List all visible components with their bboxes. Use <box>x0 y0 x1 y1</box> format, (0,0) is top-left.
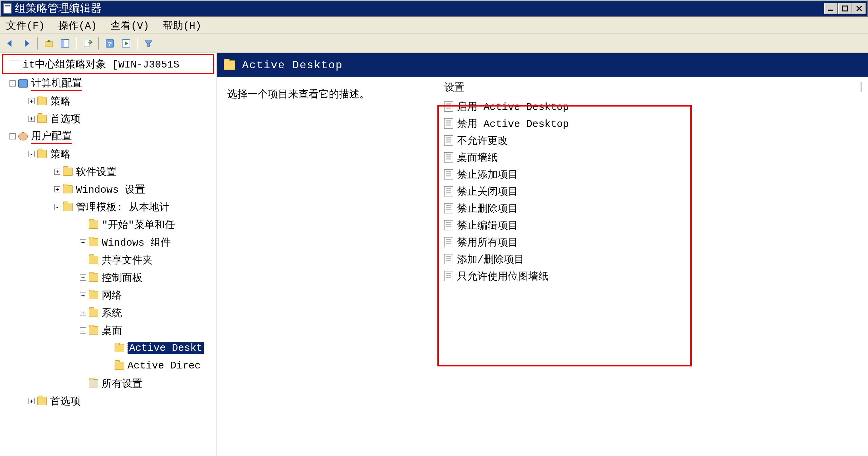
tree-admin-templates[interactable]: - 管理模板: 从本地计 <box>0 198 216 216</box>
folder-icon <box>37 397 47 405</box>
user-config-label: 用户配置 <box>31 129 72 144</box>
tree-shared-folders[interactable]: 共享文件夹 <box>0 251 216 269</box>
menu-file[interactable]: 文件(F) <box>6 19 45 33</box>
computer-config-label: 计算机配置 <box>31 76 82 91</box>
folder-icon <box>63 185 73 193</box>
tree-user-config[interactable]: - 用户配置 <box>0 128 216 145</box>
svg-text:?: ? <box>108 40 112 48</box>
details-pane: Active Desktop 选择一个项目来查看它的描述。 设置 启用 Acti… <box>217 53 868 456</box>
tree-windows-settings[interactable]: + Windows 设置 <box>0 180 216 198</box>
settings-column-header[interactable]: 设置 <box>444 80 865 96</box>
tree-active-directory[interactable]: Active Direc <box>0 357 216 375</box>
expand-icon[interactable]: + <box>80 274 86 281</box>
expand-icon[interactable]: + <box>80 239 86 245</box>
forward-button[interactable] <box>19 36 34 51</box>
tree-software-settings[interactable]: + 软件设置 <box>0 163 216 180</box>
list-item[interactable]: 禁止添加项目 <box>444 166 865 183</box>
up-folder-button[interactable] <box>41 36 56 51</box>
properties-pane-button[interactable] <box>58 36 73 51</box>
list-item[interactable]: 添加/删除项目 <box>444 251 865 268</box>
policy-icon <box>444 118 453 129</box>
close-button[interactable] <box>852 3 866 14</box>
tree-root-label: it中心组策略对象 [WIN-J3051S <box>23 57 179 71</box>
svg-rect-1 <box>843 6 847 11</box>
user-icon <box>18 132 28 140</box>
settings-folder-icon <box>89 379 98 387</box>
run-button[interactable] <box>119 36 134 51</box>
expand-icon[interactable]: + <box>54 169 60 175</box>
tree-computer-preferences[interactable]: + 首选项 <box>0 110 216 128</box>
svg-rect-5 <box>84 40 89 47</box>
menu-bar: 文件(F) 操作(A) 查看(V) 帮助(H) <box>0 17 868 34</box>
menu-help[interactable]: 帮助(H) <box>163 19 201 33</box>
list-item[interactable]: 启用 Active Desktop <box>444 98 865 115</box>
list-item[interactable]: 桌面墙纸 <box>444 149 865 166</box>
export-button[interactable] <box>80 36 95 51</box>
folder-icon <box>89 309 98 317</box>
details-title: Active Desktop <box>242 59 343 72</box>
tree-pane: it中心组策略对象 [WIN-J3051S - 计算机配置 + 策略 + 首选项… <box>0 53 217 456</box>
folder-icon <box>115 362 124 370</box>
expand-icon[interactable]: + <box>28 398 35 404</box>
folder-icon <box>37 150 47 158</box>
folder-icon <box>63 203 73 211</box>
list-item[interactable]: 禁止删除项目 <box>444 200 865 217</box>
minimize-button[interactable] <box>824 3 837 14</box>
folder-icon <box>89 326 98 335</box>
tree-root[interactable]: it中心组策略对象 [WIN-J3051S <box>3 55 213 73</box>
list-item[interactable]: 只允许使用位图墙纸 <box>444 268 865 285</box>
policy-icon <box>444 152 453 163</box>
policy-icon <box>444 203 453 213</box>
maximize-button[interactable] <box>838 3 852 14</box>
list-item[interactable]: 禁止关闭项目 <box>444 183 865 200</box>
tree-system[interactable]: + 系统 <box>0 304 216 322</box>
policy-icon <box>444 271 453 281</box>
collapse-icon[interactable]: - <box>9 133 16 139</box>
menu-action[interactable]: 操作(A) <box>58 19 97 33</box>
folder-icon <box>63 168 73 176</box>
tree-control-panel[interactable]: + 控制面板 <box>0 269 216 286</box>
folder-icon <box>89 291 98 299</box>
help-button[interactable]: ? <box>102 36 117 51</box>
title-bar: 组策略管理编辑器 <box>0 0 868 17</box>
collapse-icon[interactable]: - <box>9 80 16 87</box>
list-item[interactable]: 不允许更改 <box>444 132 865 149</box>
expand-icon[interactable]: + <box>80 310 86 316</box>
expand-icon[interactable]: + <box>54 186 60 192</box>
collapse-icon[interactable]: - <box>80 327 86 334</box>
list-item[interactable]: 禁用所有项目 <box>444 234 865 251</box>
list-item[interactable]: 禁用 Active Desktop <box>444 115 865 132</box>
expand-icon[interactable]: + <box>80 292 86 298</box>
collapse-icon[interactable]: - <box>28 151 35 157</box>
tree-start-menu[interactable]: "开始"菜单和任 <box>0 216 216 233</box>
tree-user-preferences[interactable]: + 首选项 <box>0 392 216 410</box>
window-title: 组策略管理编辑器 <box>15 1 102 16</box>
computer-icon <box>18 79 28 88</box>
tree-active-desktop[interactable]: Active Deskt <box>0 339 216 357</box>
tree-desktop[interactable]: - 桌面 <box>0 322 216 339</box>
filter-button[interactable] <box>141 36 156 51</box>
tree-all-settings[interactable]: 所有设置 <box>0 375 216 392</box>
tree-computer-config[interactable]: - 计算机配置 <box>0 75 216 92</box>
tree-windows-components[interactable]: + Windows 组件 <box>0 233 216 251</box>
expand-icon[interactable]: + <box>28 116 35 122</box>
collapse-icon[interactable]: - <box>54 204 60 210</box>
expand-icon[interactable]: + <box>28 98 35 104</box>
svg-rect-4 <box>61 39 64 47</box>
folder-icon <box>115 344 124 352</box>
tree-computer-policies[interactable]: + 策略 <box>0 92 216 110</box>
menu-view[interactable]: 查看(V) <box>111 19 149 33</box>
content-area: it中心组策略对象 [WIN-J3051S - 计算机配置 + 策略 + 首选项… <box>0 53 868 456</box>
tree-user-policies[interactable]: - 策略 <box>0 145 216 163</box>
folder-icon <box>89 273 98 282</box>
svg-rect-2 <box>45 42 53 47</box>
folder-icon <box>89 221 98 229</box>
back-button[interactable] <box>3 36 18 51</box>
list-item[interactable]: 禁止编辑项目 <box>444 217 865 234</box>
folder-icon <box>89 238 98 246</box>
app-icon <box>3 3 12 14</box>
toolbar: ? <box>0 34 868 53</box>
policy-icon <box>444 220 453 230</box>
tree-network[interactable]: + 网络 <box>0 286 216 304</box>
svg-rect-0 <box>828 10 833 11</box>
